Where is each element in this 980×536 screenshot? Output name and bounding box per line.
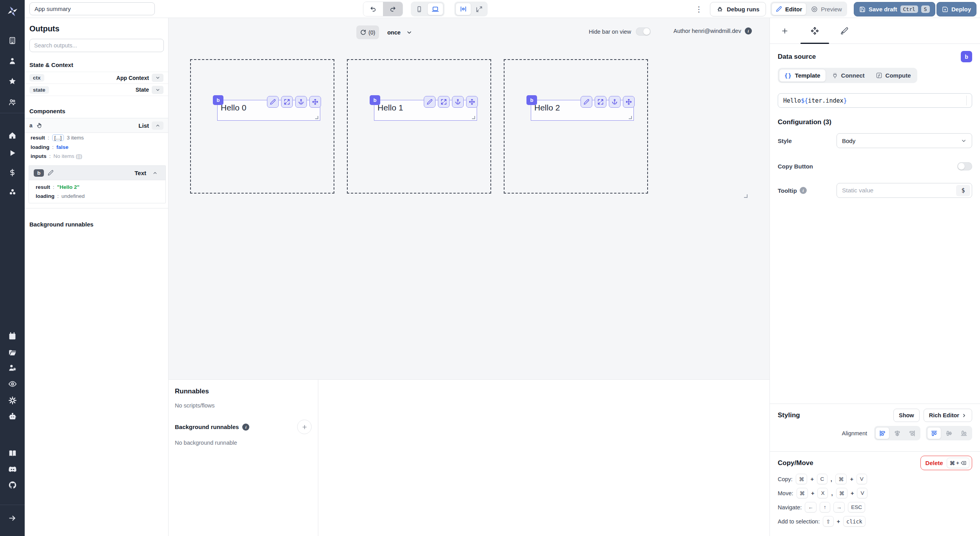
discord-icon[interactable] xyxy=(0,463,25,476)
grid-resize-handle[interactable] xyxy=(744,194,748,198)
docs-book-icon[interactable] xyxy=(0,447,25,460)
braces-icon: {} xyxy=(784,72,792,79)
list-item-cell[interactable]: b Hello 1 xyxy=(347,59,491,194)
users-group-icon[interactable] xyxy=(0,95,25,109)
insert-component-tab[interactable] xyxy=(770,18,800,43)
component-id-badge[interactable]: b xyxy=(526,95,537,105)
user-icon[interactable] xyxy=(0,54,25,67)
edit-component-button[interactable] xyxy=(581,96,592,108)
state-row[interactable]: state State xyxy=(25,84,168,96)
expand-component-button[interactable] xyxy=(595,96,606,108)
component-b-collapse-button[interactable] xyxy=(149,169,161,177)
ctx-expand-button[interactable] xyxy=(152,74,163,82)
folders-icon[interactable] xyxy=(0,346,25,359)
save-draft-button[interactable]: Save draft Ctrl S xyxy=(854,2,935,16)
state-expand-button[interactable] xyxy=(152,86,163,94)
workspace-building-icon[interactable] xyxy=(0,34,25,47)
home-icon[interactable] xyxy=(0,129,25,142)
save-icon xyxy=(859,6,866,13)
comp-b-loading-row: loading : undefined xyxy=(29,192,165,203)
rich-editor-button[interactable]: Rich Editor xyxy=(924,409,972,422)
more-menu-button[interactable]: ⋮ xyxy=(693,3,705,15)
refresh-button[interactable]: (0) xyxy=(356,25,379,39)
edit-component-button[interactable] xyxy=(267,96,279,108)
variables-dollar-icon[interactable] xyxy=(0,166,25,179)
resize-handle[interactable] xyxy=(472,116,475,119)
full-width-button[interactable] xyxy=(472,3,486,15)
app-summary-input[interactable] xyxy=(29,2,155,15)
anchor-component-button[interactable] xyxy=(452,96,464,108)
list-item-cell[interactable]: b Hello 2 xyxy=(504,59,648,194)
schedules-calendar-icon[interactable] xyxy=(0,329,25,342)
add-background-runnable-button[interactable] xyxy=(297,420,312,434)
resources-icon[interactable] xyxy=(0,185,25,199)
hide-bar-toggle[interactable] xyxy=(636,27,651,36)
audit-eye-icon[interactable] xyxy=(0,377,25,391)
component-settings-tab[interactable] xyxy=(800,18,829,43)
global-styling-tab[interactable] xyxy=(829,18,859,43)
redo-button[interactable] xyxy=(383,2,403,16)
align-bottom-button[interactable] xyxy=(957,427,971,439)
info-icon[interactable]: i xyxy=(800,187,807,194)
template-mode-button[interactable]: {} Template xyxy=(779,69,826,82)
align-center-horizontal-button[interactable] xyxy=(890,427,904,439)
anchor-component-button[interactable] xyxy=(295,96,307,108)
runs-play-icon[interactable] xyxy=(0,146,25,159)
deploy-button[interactable]: Deploy xyxy=(936,2,976,16)
style-select[interactable]: Body xyxy=(837,133,972,148)
component-id-badge[interactable]: b xyxy=(213,95,223,105)
align-center-vertical-button[interactable] xyxy=(942,427,956,439)
settings-tabs xyxy=(770,18,980,44)
settings-gear-icon[interactable] xyxy=(0,394,25,407)
undo-button[interactable] xyxy=(363,2,383,16)
resize-handle[interactable] xyxy=(629,116,632,119)
tooltip-input[interactable]: Static value $ xyxy=(837,183,972,198)
component-b-header[interactable]: b Text xyxy=(29,166,165,180)
star-icon[interactable] xyxy=(0,74,25,88)
windmill-logo-icon[interactable] xyxy=(0,3,25,19)
template-close-token: } xyxy=(844,97,847,104)
info-icon[interactable]: i xyxy=(745,27,752,34)
component-a-collapse-button[interactable] xyxy=(152,121,163,130)
desktop-view-button[interactable] xyxy=(427,3,443,15)
connect-value-button[interactable]: $ xyxy=(956,185,970,196)
info-icon[interactable]: i xyxy=(242,424,249,431)
connect-mode-button[interactable]: Connect xyxy=(827,69,870,82)
delete-component-button[interactable]: Delete ⌘+ xyxy=(920,456,972,470)
show-styling-button[interactable]: Show xyxy=(893,409,920,422)
configuration-section: Configuration (3) Style Body Copy Button… xyxy=(770,112,980,198)
align-left-button[interactable] xyxy=(875,427,889,439)
list-item-cell[interactable]: b Hello 0 xyxy=(190,59,334,194)
loading-value: false xyxy=(56,144,69,150)
anchor-component-button[interactable] xyxy=(609,96,621,108)
preview-tab[interactable]: Preview xyxy=(807,3,846,15)
align-top-button[interactable] xyxy=(927,427,941,439)
groups-user-cog-icon[interactable] xyxy=(0,361,25,375)
move-component-button[interactable] xyxy=(466,96,478,108)
resize-handle[interactable] xyxy=(315,116,318,119)
ctx-row[interactable]: ctx App Context xyxy=(25,72,168,84)
refresh-policy-dropdown[interactable]: once xyxy=(387,27,412,38)
copy-button-toggle[interactable] xyxy=(957,162,972,170)
expand-array-button[interactable]: [...] xyxy=(52,134,64,141)
centered-width-button[interactable] xyxy=(456,3,471,15)
compute-mode-button[interactable]: Compute xyxy=(871,69,916,82)
search-outputs-input[interactable] xyxy=(29,39,164,52)
expand-sidebar-arrow-icon[interactable] xyxy=(0,511,25,525)
ai-bot-icon[interactable] xyxy=(0,410,25,423)
edit-component-button[interactable] xyxy=(424,96,436,108)
editor-tab[interactable]: Editor xyxy=(771,3,806,15)
app-canvas[interactable]: (0) once Hide bar on view Author henri@w… xyxy=(169,18,769,379)
align-right-button[interactable] xyxy=(905,427,919,439)
expand-component-button[interactable] xyxy=(281,96,293,108)
component-id-badge[interactable]: b xyxy=(370,95,380,105)
component-a-header[interactable]: a List xyxy=(25,118,168,133)
move-component-button[interactable] xyxy=(623,96,635,108)
move-component-button[interactable] xyxy=(309,96,321,108)
template-expression-input[interactable]: Hello ${iter.index} xyxy=(778,93,972,108)
outputs-panel: Outputs State & Context ctx App Context … xyxy=(25,18,169,536)
expand-component-button[interactable] xyxy=(438,96,450,108)
mobile-view-button[interactable] xyxy=(412,3,426,15)
github-icon[interactable] xyxy=(0,478,25,492)
debug-runs-button[interactable]: Debug runs xyxy=(710,2,766,16)
